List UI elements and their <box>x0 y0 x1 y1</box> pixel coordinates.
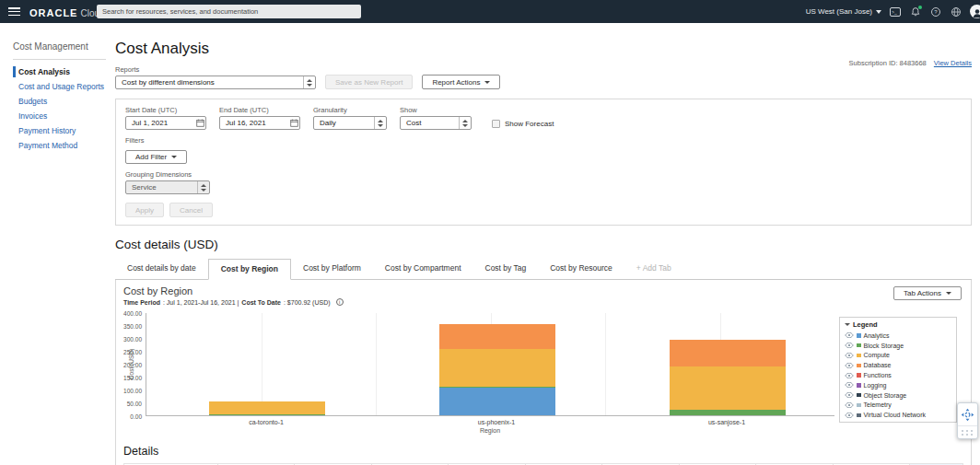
legend-header[interactable]: Legend <box>845 320 951 329</box>
show-forecast-checkbox[interactable] <box>492 120 500 128</box>
cloud-shell-icon[interactable]: >_ <box>889 6 902 18</box>
legend-item-telemetry[interactable]: Telemetry <box>845 401 951 411</box>
info-icon[interactable]: i <box>336 298 344 306</box>
sidebar-item-cost-analysis[interactable]: Cost Analysis <box>18 67 106 76</box>
page-title: Cost Analysis <box>115 40 972 58</box>
tab-cost-by-region[interactable]: Cost by Region <box>208 259 291 280</box>
gridline <box>376 313 377 415</box>
region-label: US West (San Jose) <box>806 7 872 16</box>
report-actions-button[interactable]: Report Actions <box>422 75 500 89</box>
bar-segment-database[interactable] <box>670 340 786 366</box>
legend-item-functions[interactable]: Functions <box>845 370 951 380</box>
apply-button[interactable]: Apply <box>125 203 164 217</box>
visibility-eye-icon[interactable] <box>845 382 854 388</box>
legend-item-compute[interactable]: Compute <box>845 351 951 361</box>
y-axis-tick: 400.00 <box>123 310 142 317</box>
visibility-eye-icon[interactable] <box>845 353 854 358</box>
bar-segment-block-storage[interactable] <box>670 410 786 415</box>
tab-actions-button[interactable]: Tab Actions <box>893 286 962 300</box>
subscription-id: Subscription ID: 8483668 <box>849 59 927 67</box>
filter-panel: Start Date (UTC) Jul 1, 2021 End Date (U… <box>115 99 972 226</box>
granularity-select[interactable]: Daily <box>313 116 387 130</box>
sidebar-item-payment-method[interactable]: Payment Method <box>18 141 106 150</box>
legend-label: Database <box>864 362 892 368</box>
bar-segment-analytics[interactable] <box>439 388 555 415</box>
stepper-icon[interactable] <box>459 117 471 129</box>
bar-segment-compute[interactable] <box>209 401 325 413</box>
legend-item-block-storage[interactable]: Block Storage <box>845 341 951 351</box>
stepper-icon[interactable] <box>197 181 209 193</box>
visibility-eye-icon[interactable] <box>845 402 854 408</box>
tab-cost-by-compartment[interactable]: Cost by Compartment <box>373 259 473 279</box>
hamburger-menu-icon[interactable] <box>8 7 20 16</box>
stepper-icon[interactable] <box>303 76 315 88</box>
visibility-eye-icon[interactable] <box>845 373 854 378</box>
visibility-eye-icon[interactable] <box>845 332 854 338</box>
tab-cost-by-tag[interactable]: Cost by Tag <box>473 259 539 279</box>
search-input[interactable] <box>97 5 361 18</box>
report-actions-label: Report Actions <box>432 78 480 87</box>
user-avatar[interactable] <box>970 5 980 18</box>
cost-to-date-label: Cost To Date <box>241 299 281 306</box>
tab-cost-by-platform[interactable]: Cost by Platform <box>291 259 373 279</box>
visibility-eye-icon[interactable] <box>845 343 854 348</box>
grouping-dimensions-label: Grouping Dimensions <box>125 170 962 179</box>
calendar-icon[interactable] <box>194 117 205 129</box>
bar-segment-block-storage[interactable] <box>209 414 325 415</box>
start-date-value: Jul 1, 2021 <box>126 119 194 127</box>
language-globe-icon[interactable] <box>950 6 962 18</box>
floating-move-tool[interactable] <box>957 402 978 439</box>
reports-label: Reports <box>115 65 316 74</box>
calendar-icon[interactable] <box>288 117 299 129</box>
start-date-input[interactable]: Jul 1, 2021 <box>125 116 206 130</box>
legend-label: Block Storage <box>864 343 904 349</box>
visibility-eye-icon[interactable] <box>845 413 854 418</box>
oracle-cloud-logo[interactable]: ORACLECloud <box>29 4 105 20</box>
add-filter-button[interactable]: Add Filter <box>125 150 187 164</box>
view-details-link[interactable]: View Details <box>934 59 972 67</box>
tab-cost-by-resource[interactable]: Cost by Resource <box>538 259 624 279</box>
save-as-new-report-button[interactable]: Save as New Report <box>325 75 413 89</box>
visibility-eye-icon[interactable] <box>845 392 854 398</box>
chevron-down-icon <box>946 292 951 295</box>
reports-select[interactable]: Cost by different dimensions <box>115 76 316 89</box>
sidebar-item-budgets[interactable]: Budgets <box>18 97 106 106</box>
bar-ca-toronto-1[interactable] <box>209 401 325 415</box>
cost-details-title: Cost details (USD) <box>115 238 972 251</box>
stepper-icon[interactable] <box>374 117 386 129</box>
move-tool-icon[interactable] <box>958 403 977 425</box>
bar-us-sanjose-1[interactable] <box>670 340 786 415</box>
bar-segment-compute[interactable] <box>670 366 786 410</box>
cancel-button[interactable]: Cancel <box>169 203 213 217</box>
legend-swatch <box>857 333 861 338</box>
visibility-eye-icon[interactable] <box>845 363 854 368</box>
sidebar-item-cost-and-usage-reports[interactable]: Cost and Usage Reports <box>18 82 106 91</box>
end-date-input[interactable]: Jul 16, 2021 <box>219 116 300 130</box>
add-tab-button[interactable]: + Add Tab <box>624 259 683 279</box>
announcements-bell-icon[interactable] <box>909 6 922 18</box>
sidebar-item-payment-history[interactable]: Payment History <box>18 126 106 135</box>
sidebar-title: Cost Management <box>13 41 106 60</box>
sidebar-item-invoices[interactable]: Invoices <box>18 111 106 121</box>
drag-handle-dots[interactable] <box>958 425 977 438</box>
legend-swatch <box>857 354 861 358</box>
legend-item-virtual-cloud-network[interactable]: Virtual Cloud Network <box>845 410 951 420</box>
x-axis-title: Region <box>146 427 834 434</box>
show-select[interactable]: Cost <box>400 116 472 130</box>
grouping-dimensions-select[interactable]: Service <box>125 180 210 194</box>
bar-us-phoenix-1[interactable] <box>439 324 555 415</box>
help-icon[interactable]: ? <box>929 6 942 18</box>
bar-segment-compute[interactable] <box>439 349 555 387</box>
granularity-label: Granularity <box>313 106 387 114</box>
legend-item-logging[interactable]: Logging <box>845 380 951 390</box>
legend-item-analytics[interactable]: Analytics <box>845 331 951 341</box>
x-axis-label-us-phoenix-1: us-phoenix-1 <box>478 419 515 425</box>
legend-item-database[interactable]: Database <box>845 360 951 370</box>
bar-segment-database[interactable] <box>439 324 555 349</box>
y-axis-tick: 100.00 <box>123 388 142 394</box>
legend-item-object-storage[interactable]: Object Storage <box>845 390 951 401</box>
x-axis-label-us-sanjose-1: us-sanjose-1 <box>708 419 745 425</box>
region-selector[interactable]: US West (San Jose) <box>806 7 881 16</box>
legend-swatch <box>857 343 861 348</box>
tab-cost-details-by-date[interactable]: Cost details by date <box>115 259 208 279</box>
